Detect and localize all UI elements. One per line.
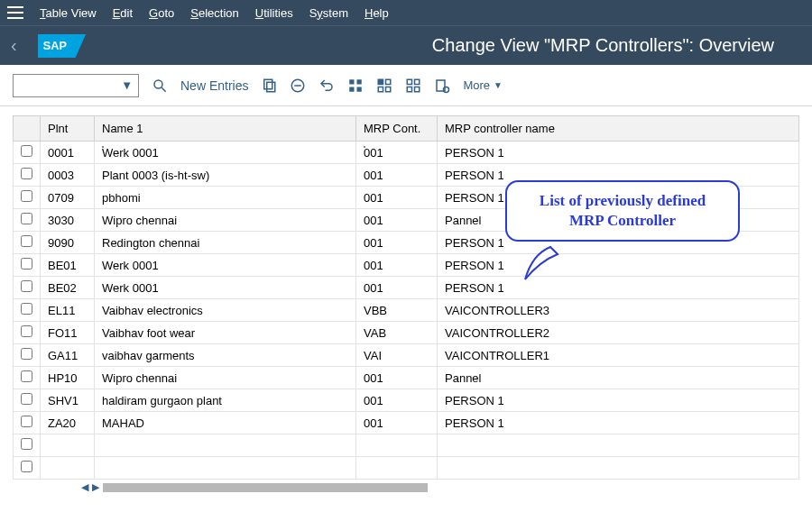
cell-mrp[interactable]: VBB [356,299,438,322]
table-row[interactable]: ZA20MAHAD001PERSON 1 [14,412,799,434]
menu-utilities[interactable]: Utilities [255,6,293,20]
cell-plnt[interactable]: SHV1 [41,389,95,412]
cell-mrp[interactable]: VAB [356,322,438,344]
command-field[interactable]: ▼ [13,74,139,97]
table-row[interactable]: BE01Werk 0001001PERSON 1 [14,254,799,277]
table-row[interactable]: BE02Werk 0001001PERSON 1 [14,277,799,299]
cell-name[interactable]: pbhomi [95,187,356,209]
cell-plnt[interactable]: 0003 [41,164,95,187]
cell-plnt[interactable]: 3030 [41,209,95,232]
row-checkbox[interactable] [14,367,41,389]
cell-mrp[interactable]: VAI [356,344,438,367]
cell-name[interactable]: Vaibhav foot wear [95,322,356,344]
search-icon[interactable] [152,78,168,94]
table-row[interactable]: EL11Vaibhav electronicsVBBVAICONTROLLER3 [14,299,799,322]
table-row-empty[interactable] [14,434,799,457]
cell-ctrlname[interactable]: PERSON 1 [438,277,799,299]
cell-mrp[interactable]: 001 [356,209,438,232]
more-button[interactable]: More ▼ [463,78,503,92]
row-checkbox[interactable] [14,142,41,164]
horizontal-scrollbar[interactable]: ◀ ▶ [0,480,812,497]
cell-plnt[interactable]: ZA20 [41,412,95,434]
cell-name[interactable]: Redington chennai [95,232,356,254]
row-checkbox[interactable] [14,389,41,412]
delete-icon[interactable] [290,78,306,94]
cell-mrp[interactable]: 001 [356,164,438,187]
cell-plnt[interactable]: BE01 [41,254,95,277]
cell-ctrlname[interactable]: Pannel [438,367,799,389]
undo-icon[interactable] [318,78,335,94]
menu-goto[interactable]: Goto [149,6,174,20]
back-button[interactable]: ‹ [11,35,38,56]
cell-mrp[interactable]: 001 [356,277,438,299]
cell-plnt[interactable]: 9090 [41,232,95,254]
row-checkbox[interactable] [14,344,41,367]
cell-name[interactable]: Plant 0003 (is-ht-sw) [95,164,356,187]
row-checkbox[interactable] [14,277,41,299]
table-row[interactable]: FO11Vaibhav foot wearVABVAICONTROLLER2 [14,322,799,344]
select-block-icon[interactable] [376,78,392,94]
cell-mrp[interactable]: 001 [356,254,438,277]
config-icon[interactable] [434,78,450,94]
cell-mrp[interactable]: 001 [356,412,438,434]
cell-ctrlname[interactable]: PERSON 1 [438,389,799,412]
copy-as-icon[interactable] [261,78,277,94]
select-all-icon[interactable] [347,78,364,94]
cell-name[interactable]: haldiram gurgaon plant [95,389,356,412]
cell-plnt[interactable]: BE02 [41,277,95,299]
table-row[interactable]: 0001Werk 0001001PERSON 1 [14,142,799,164]
scroll-left-icon[interactable]: ◀ [81,481,88,493]
menu-table-view[interactable]: Table View [40,6,97,20]
cell-plnt[interactable]: HP10 [41,367,95,389]
menu-edit[interactable]: Edit [113,6,133,20]
cell-plnt[interactable]: 0001 [41,142,95,164]
row-checkbox[interactable] [14,209,41,232]
cell-plnt[interactable]: FO11 [41,322,95,344]
row-checkbox[interactable] [14,254,41,277]
cell-name[interactable]: Werk 0001 [95,277,356,299]
cell-mrp[interactable]: 001 [356,187,438,209]
cell-name[interactable]: Wipro chennai [95,209,356,232]
new-entries-button[interactable]: New Entries [180,78,248,93]
cell-mrp[interactable]: 001 [356,232,438,254]
hamburger-icon[interactable] [7,6,23,19]
menu-system[interactable]: System [309,6,348,20]
menu-help[interactable]: Help [364,6,389,20]
col-select[interactable] [14,116,41,142]
col-name[interactable]: Name 1 [95,116,356,142]
cell-mrp[interactable]: 001 [356,389,438,412]
row-checkbox[interactable] [14,412,41,434]
cell-ctrlname[interactable]: PERSON 1 [438,254,799,277]
cell-name[interactable]: MAHAD [95,412,356,434]
row-checkbox[interactable] [14,434,41,457]
cell-ctrlname[interactable]: VAICONTROLLER3 [438,299,799,322]
cell-mrp[interactable]: 001 [356,367,438,389]
col-mrp[interactable]: MRP Cont. [356,116,438,142]
cell-name[interactable]: Vaibhav electronics [95,299,356,322]
table-row[interactable]: HP10Wipro chennai001Pannel [14,367,799,389]
deselect-all-icon[interactable] [405,78,421,94]
row-checkbox[interactable] [14,457,41,480]
row-checkbox[interactable] [14,164,41,187]
scroll-right-icon[interactable]: ▶ [92,481,99,493]
cell-name[interactable]: Wipro chennai [95,367,356,389]
cell-ctrlname[interactable]: PERSON 1 [438,142,799,164]
cell-plnt[interactable]: EL11 [41,299,95,322]
table-row[interactable]: GA11vaibhav garmentsVAIVAICONTROLLER1 [14,344,799,367]
cell-ctrlname[interactable]: VAICONTROLLER2 [438,322,799,344]
cell-ctrlname[interactable]: VAICONTROLLER1 [438,344,799,367]
cell-plnt[interactable]: GA11 [41,344,95,367]
row-checkbox[interactable] [14,299,41,322]
col-ctrlname[interactable]: MRP controller name [438,116,799,142]
cell-name[interactable]: Werk 0001 [95,254,356,277]
cell-mrp[interactable]: 001 [356,142,438,164]
row-checkbox[interactable] [14,187,41,209]
menu-selection[interactable]: Selection [190,6,238,20]
cell-name[interactable]: vaibhav garments [95,344,356,367]
cell-plnt[interactable]: 0709 [41,187,95,209]
col-plnt[interactable]: Plnt [41,116,95,142]
row-checkbox[interactable] [14,322,41,344]
cell-name[interactable]: Werk 0001 [95,142,356,164]
row-checkbox[interactable] [14,232,41,254]
cell-ctrlname[interactable]: PERSON 1 [438,412,799,434]
